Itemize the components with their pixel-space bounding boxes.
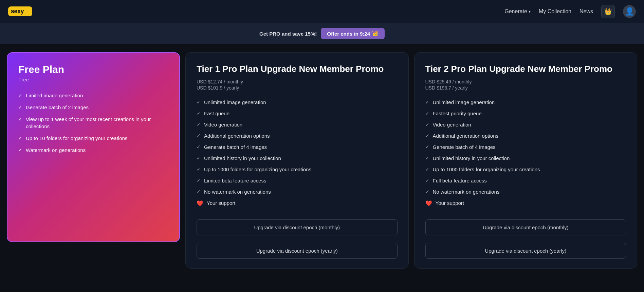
tier2-plan-card: Tier 2 Pro Plan Upgrade New Member Promo… [414,52,638,269]
logo-dot: .ai [23,8,30,15]
check-icon: ✓ [197,121,201,128]
check-icon: ✓ [18,92,22,99]
check-icon: ✓ [197,177,201,184]
check-icon: ✓ [197,110,201,117]
list-item: ✓ Limited image generation [18,92,168,99]
feature-text: Your support [436,199,464,207]
tier1-upgrade-yearly-button[interactable]: Upgrade via discount epoch (yearly) [197,243,398,259]
check-icon: ✓ [425,177,429,184]
tier2-upgrade-monthly-button[interactable]: Upgrade via discount epoch (monthly) [425,219,626,235]
chevron-down-icon: ▾ [529,9,531,14]
free-feature-list: ✓ Limited image generation ✓ Generate ba… [18,92,168,154]
promo-text: Get PRO and save 15%! [259,31,317,37]
generate-label: Generate [504,8,527,15]
generate-nav[interactable]: Generate ▾ [504,8,531,15]
tier2-feature-list: ✓ Unlimited image generation ✓ Fastest p… [425,99,626,207]
logo-text: sexy [11,8,23,15]
feature-text: Watermark on generations [26,147,86,154]
promo-banner: Get PRO and save 15%! Offer ends in 9:24… [0,23,644,44]
check-icon: ✓ [425,144,429,151]
feature-text: Generate batch of 4 images [433,143,496,151]
news-link[interactable]: News [579,8,593,15]
tier2-price-monthly: USD $25.49 / monthly [425,79,626,84]
feature-text: Generate batch of 4 images [204,143,267,151]
offer-label: Offer ends in 9:24 [327,31,370,37]
check-icon: ✓ [197,166,201,173]
heart-icon: ❤️ [425,200,432,207]
list-item: ✓ Fastest priority queue [425,110,626,117]
feature-text: Video generation [204,121,242,128]
logo[interactable]: sexy.ai [8,6,32,16]
list-item: ❤️ Your support [425,199,626,207]
check-icon: ✓ [425,133,429,139]
tier1-price-monthly: USD $12.74 / monthly [197,79,398,84]
user-icon: 👤 [625,7,634,16]
feature-text: Up to 1000 folders for organizing your c… [433,166,540,173]
navbar: sexy.ai Generate ▾ My Collection News 👑 … [0,0,644,23]
tier1-plan-title: Tier 1 Pro Plan Upgrade New Member Promo [197,63,398,75]
pricing-section: Free Plan Free ✓ Limited image generatio… [0,44,644,277]
check-icon: ✓ [197,99,201,106]
feature-text: Fast queue [204,110,229,117]
list-item: ✓ No watermark on generations [197,188,398,195]
list-item: ✓ Unlimited history in your collection [197,155,398,162]
crown-offer-icon: 👑 [372,31,379,37]
feature-text: Limited image generation [26,92,83,99]
feature-text: View up to 1 week of your most recent cr… [26,116,168,130]
list-item: ✓ Unlimited history in your collection [425,155,626,162]
offer-button[interactable]: Offer ends in 9:24 👑 [321,28,385,39]
check-icon: ✓ [18,147,22,154]
my-collection-link[interactable]: My Collection [539,8,571,15]
avatar[interactable]: 👤 [623,5,636,18]
check-icon: ✓ [18,116,22,123]
check-icon: ✓ [425,189,429,195]
feature-text: Limited beta feature access [204,177,266,184]
tier1-feature-list: ✓ Unlimited image generation ✓ Fast queu… [197,99,398,207]
list-item: ✓ Generate batch of 2 images [18,104,168,111]
list-item: ✓ Watermark on generations [18,147,168,154]
tier1-price-yearly: USD $101.9 / yearly [197,85,398,91]
feature-text: Unlimited history in your collection [204,155,281,162]
list-item: ✓ Up to 1000 folders for organizing your… [425,166,626,173]
list-item: ✓ Generate batch of 4 images [197,143,398,151]
feature-text: Generate batch of 2 images [26,104,89,111]
tier2-price-yearly: USD $193.7 / yearly [425,85,626,91]
tier2-upgrade-yearly-button[interactable]: Upgrade via discount epoch (yearly) [425,243,626,259]
list-item: ✓ Limited beta feature access [197,177,398,184]
check-icon: ✓ [425,166,429,173]
feature-text: Your support [207,199,236,207]
list-item: ✓ No watermark on generations [425,188,626,195]
feature-text: Additional generation options [433,132,498,139]
check-icon: ✓ [425,99,429,106]
feature-text: No watermark on generations [204,188,271,195]
heart-icon: ❤️ [197,200,203,207]
feature-text: Up to 10 folders for organizing your cre… [26,135,127,142]
check-icon: ✓ [18,104,22,111]
list-item: ✓ Generate batch of 4 images [425,143,626,151]
feature-text: Video generation [433,121,471,128]
list-item: ✓ Video generation [425,121,626,128]
feature-text: Fastest priority queue [433,110,482,117]
list-item: ✓ Video generation [197,121,398,128]
feature-text: No watermark on generations [433,188,500,195]
feature-text: Unlimited history in your collection [433,155,510,162]
list-item: ✓ Full beta feature access [425,177,626,184]
feature-text: Up to 1000 folders for organizing your c… [204,166,311,173]
navbar-right: Generate ▾ My Collection News 👑 👤 [504,5,636,18]
free-plan-card: Free Plan Free ✓ Limited image generatio… [7,52,180,242]
list-item: ✓ Additional generation options [197,132,398,139]
check-icon: ✓ [425,110,429,117]
logo-box: sexy.ai [8,6,32,16]
check-icon: ✓ [197,155,201,162]
list-item: ❤️ Your support [197,199,398,207]
crown-button[interactable]: 👑 [601,5,615,18]
check-icon: ✓ [197,133,201,139]
list-item: ✓ Up to 1000 folders for organizing your… [197,166,398,173]
check-icon: ✓ [425,121,429,128]
tier1-upgrade-monthly-button[interactable]: Upgrade via discount epoch (monthly) [197,219,398,235]
tier1-btn-group: Upgrade via discount epoch (monthly) Upg… [197,215,398,259]
tier1-plan-card: Tier 1 Pro Plan Upgrade New Member Promo… [185,52,409,269]
list-item: ✓ Unlimited image generation [425,99,626,106]
check-icon: ✓ [18,135,22,142]
crown-icon: 👑 [604,8,612,15]
